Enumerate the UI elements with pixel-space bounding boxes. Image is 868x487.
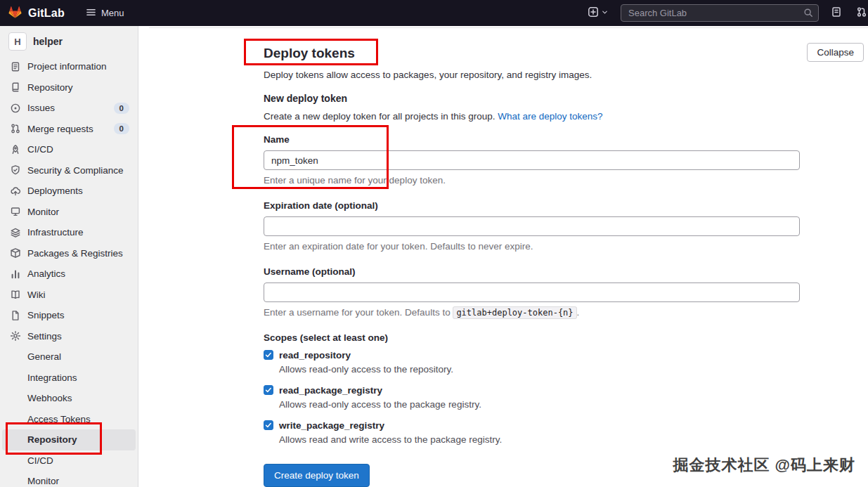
sidebar-item-label: Repository [27,82,73,93]
ci-cd-icon [10,144,21,155]
gear-icon [10,330,21,342]
expiration-help-text: Enter an expiration date for your token.… [264,241,800,252]
sidebar-subitem-access-tokens[interactable]: Access Tokens [0,409,138,430]
expiration-date-label: Expiration date (optional) [264,200,800,211]
scope-name[interactable]: write_package_registry [279,420,384,431]
sidebar-item-packages-registries[interactable]: Packages & Registries [0,243,138,264]
sidebar-item-monitor[interactable]: Monitor [0,202,138,223]
write-package-registry-checkbox[interactable] [264,420,273,430]
sidebar-subitem-general[interactable]: General [0,346,138,368]
global-search [621,4,819,22]
brand-name: GitLab [28,7,65,20]
issues-icon [10,103,21,114]
sidebar-item-snippets[interactable]: Snippets [0,305,138,326]
search-icon [803,8,813,20]
gitlab-home-link[interactable]: GitLab [7,4,65,22]
package-icon [10,247,21,259]
new-menu-button[interactable] [586,5,610,21]
name-label: Name [264,134,800,145]
scope-description: Allows read and write access to the pack… [279,434,502,445]
what-are-deploy-tokens-link[interactable]: What are deploy tokens? [498,111,602,122]
username-label: Username (optional) [264,266,800,277]
scope-write-package-registry: write_package_registry Allows read and w… [264,419,800,445]
sidebar-item-project-information[interactable]: Project information [0,56,138,77]
gitlab-tanuki-icon [7,4,23,22]
read-repository-checkbox[interactable] [264,350,273,360]
monitor-icon [10,206,21,217]
issues-count-badge: 0 [114,103,129,114]
sidebar-subitem-integrations[interactable]: Integrations [0,368,138,389]
project-information-icon [10,61,21,72]
sidebar-item-issues[interactable]: Issues 0 [0,98,138,119]
sidebar-subitem-monitor[interactable]: Monitor [0,471,138,487]
scope-read-repository: read_repository Allows read-only access … [264,349,800,375]
sidebar-item-settings[interactable]: Settings [0,326,138,347]
sidebar-item-label: Packages & Registries [27,248,123,259]
infrastructure-icon [10,227,21,238]
sidebar-item-repository[interactable]: Repository [0,77,138,98]
sidebar-item-label: Monitor [27,207,59,217]
project-name: helper [33,36,63,47]
create-deploy-token-button[interactable]: Create deploy token [264,464,370,487]
sidebar-item-label: Settings [27,331,62,342]
sidebar-subitem-ci-cd[interactable]: CI/CD [0,450,138,472]
menu-button[interactable]: Menu [86,7,124,20]
scope-read-package-registry: read_package_registry Allows read-only a… [264,384,800,410]
expiration-date-input[interactable] [264,216,800,236]
sidebar-item-label: Issues [27,103,55,113]
username-help-suffix: . [577,307,580,318]
repository-icon [10,82,21,93]
merge-requests-icon [10,123,21,134]
menu-button-label: Menu [101,8,124,18]
page-subtitle: Deploy tokens allow access to packages, … [264,70,800,80]
username-help-prefix: Enter a username for your token. Default… [264,307,453,318]
scope-name[interactable]: read_repository [279,350,351,361]
scope-description: Allows read-only access to the package r… [279,399,481,410]
merge-requests-count-badge: 0 [114,123,129,134]
username-help-text: Enter a username for your token. Default… [264,307,800,318]
sidebar-subitem-repository[interactable]: Repository [2,429,136,450]
sidebar-item-label: Analytics [27,268,65,279]
scope-name[interactable]: read_package_registry [279,385,382,396]
new-deploy-token-heading: New deploy token [264,93,800,104]
clipboard-icon-button[interactable] [829,5,843,21]
sidebar-item-label: Project information [27,61,107,72]
sidebar-item-ci-cd[interactable]: CI/CD [0,139,138,160]
sidebar-nav: Project information Repository Issues 0 … [0,56,138,487]
sidebar-item-label: CI/CD [27,144,53,155]
expiration-date-field: Expiration date (optional) Enter an expi… [264,200,800,252]
name-input[interactable] [264,150,800,170]
sidebar-item-deployments[interactable]: Deployments [0,181,138,202]
sidebar-subitem-webhooks[interactable]: Webhooks [0,388,138,409]
chevron-down-icon [601,8,609,18]
clipboard-icon [831,6,842,20]
analytics-icon [10,268,21,280]
sidebar-item-infrastructure[interactable]: Infrastructure [0,222,138,243]
project-context-switcher[interactable]: H helper [0,26,138,56]
name-field: Name Enter a unique name for your deploy… [264,134,800,186]
token-default-code: gitlab+deploy-token-{n} [453,306,576,319]
sidebar-item-merge-requests[interactable]: Merge requests 0 [0,119,138,140]
snippets-icon [10,310,21,321]
sidebar-item-analytics[interactable]: Analytics [0,264,138,285]
plus-menu-icon [588,6,599,20]
scope-description: Allows read-only access to the repositor… [279,364,453,375]
merge-request-icon-button[interactable] [854,5,868,21]
search-input[interactable] [621,4,819,22]
username-field: Username (optional) Enter a username for… [264,266,800,318]
left-sidebar: H helper Project information Repository … [0,26,138,487]
sidebar-item-label: Security & Compliance [27,165,124,176]
read-package-registry-checkbox[interactable] [264,385,273,395]
sidebar-item-wiki[interactable]: Wiki [0,285,138,306]
project-avatar: H [8,32,27,51]
description-text: Create a new deploy token for all projec… [264,111,495,122]
sidebar-item-label: Merge requests [27,124,93,134]
username-input[interactable] [264,283,800,302]
sidebar-item-label: Snippets [27,310,65,320]
name-help-text: Enter a unique name for your deploy toke… [264,175,800,186]
sidebar-item-security-compliance[interactable]: Security & Compliance [0,160,138,181]
new-deploy-token-description: Create a new deploy token for all projec… [264,111,800,122]
top-navbar: GitLab Menu [0,0,868,26]
sidebar-item-label: Infrastructure [27,227,84,238]
hamburger-icon [86,7,96,20]
